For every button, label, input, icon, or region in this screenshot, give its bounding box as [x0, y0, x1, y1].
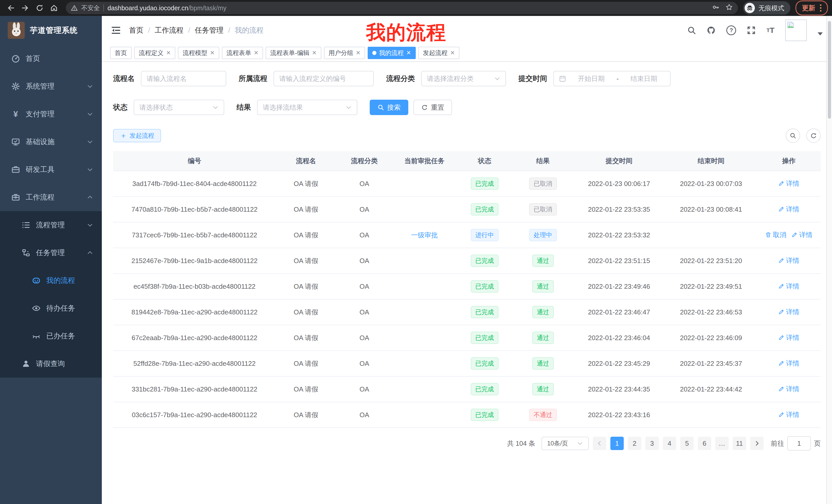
sidebar-item-leave-query[interactable]: 请假查询 — [0, 350, 102, 377]
font-size-icon[interactable]: TT — [766, 26, 774, 35]
process-definition-input[interactable]: 请输入流程定义的编号 — [274, 71, 374, 86]
result-select[interactable]: 请选择流结果 — [257, 100, 357, 115]
sidebar-item-todo-tasks[interactable]: 待办任务 — [0, 295, 102, 322]
cell-actions: 详情 — [757, 376, 821, 402]
tab-首页[interactable]: 首页 — [110, 47, 132, 59]
help-icon[interactable]: ? — [726, 25, 736, 35]
sidebar-item-home[interactable]: 首页 — [0, 45, 102, 73]
key-icon[interactable] — [712, 3, 719, 13]
close-icon[interactable]: ✕ — [210, 50, 214, 56]
status-select[interactable]: 请选择状态 — [134, 100, 224, 115]
tab-流程定义[interactable]: 流程定义✕ — [134, 47, 175, 59]
cell-status: 已完成 — [457, 376, 513, 402]
close-icon[interactable]: ✕ — [450, 50, 455, 56]
pagination: 共 104 条 10条/页 123456…11 前往 页 — [113, 436, 821, 451]
url-text[interactable]: dashboard.yudao.iocoder.cn/bpm/task/my — [107, 4, 227, 12]
page-button-5[interactable]: 5 — [680, 437, 694, 450]
monitor-icon — [11, 137, 20, 146]
sidebar-item-system[interactable]: 系统管理 — [0, 73, 102, 100]
prev-page-button[interactable] — [593, 437, 606, 450]
process-name-input[interactable]: 请输入流程名 — [141, 71, 226, 86]
update-button[interactable]: 更新 — [796, 1, 828, 16]
sidebar-item-task-mgmt[interactable]: 任务管理 — [0, 239, 102, 267]
page-button-11[interactable]: 11 — [733, 437, 746, 450]
reload-icon[interactable] — [33, 1, 46, 15]
forward-icon[interactable] — [19, 1, 32, 15]
page-button-6[interactable]: 6 — [698, 437, 711, 450]
row-actions: 详情 — [778, 410, 799, 419]
scrollbar-thumb[interactable] — [828, 21, 831, 119]
goto-page-input[interactable] — [787, 436, 811, 451]
fullscreen-icon[interactable] — [747, 26, 756, 35]
home-icon[interactable] — [47, 1, 61, 15]
close-icon[interactable]: ✕ — [406, 50, 411, 56]
breadcrumb-item[interactable]: 首页 — [129, 25, 144, 35]
security-label[interactable]: 不安全 — [81, 4, 100, 12]
search-button[interactable]: 搜索 — [370, 100, 408, 115]
page-button-2[interactable]: 2 — [628, 437, 641, 450]
chevron-down-icon — [87, 222, 93, 228]
detail-link[interactable]: 详情 — [778, 256, 799, 265]
sidebar-item-done-tasks[interactable]: 已办任务 — [0, 322, 102, 350]
sidebar-item-payment[interactable]: ¥支付管理 — [0, 100, 102, 128]
detail-link[interactable]: 详情 — [778, 333, 799, 342]
current-task-link[interactable]: 一级审批 — [411, 231, 438, 240]
detail-link[interactable]: 详情 — [778, 359, 799, 368]
close-icon[interactable]: ✕ — [356, 50, 361, 56]
breadcrumb-item[interactable]: 工作流程 — [155, 25, 184, 35]
search-icon[interactable] — [687, 26, 696, 35]
detail-link[interactable]: 详情 — [778, 410, 799, 419]
reset-button[interactable]: 重置 — [413, 100, 452, 115]
page-button-3[interactable]: 3 — [645, 437, 659, 450]
back-icon[interactable] — [4, 1, 18, 15]
security-warning-icon[interactable] — [71, 5, 78, 11]
show-search-button[interactable] — [786, 129, 800, 143]
category-select[interactable]: 请选择流程分类 — [421, 71, 506, 86]
page-scrollbar[interactable] — [826, 16, 832, 504]
close-icon[interactable]: ✕ — [254, 50, 258, 56]
result-badge: 通过 — [532, 280, 554, 292]
cell-category: OA — [336, 325, 393, 351]
detail-link[interactable]: 详情 — [778, 385, 799, 394]
detail-link[interactable]: 详情 — [778, 282, 799, 291]
detail-link[interactable]: 详情 — [778, 307, 799, 316]
page-button-1[interactable]: 1 — [610, 437, 624, 450]
tab-我的流程[interactable]: 我的流程✕ — [368, 47, 415, 59]
breadcrumb-item[interactable]: 任务管理 — [195, 25, 224, 35]
page-button-4[interactable]: 4 — [663, 437, 676, 450]
bookmark-star-icon[interactable] — [726, 3, 733, 13]
eye-icon — [32, 304, 41, 313]
github-icon[interactable] — [707, 26, 716, 35]
submit-time-range-picker[interactable]: 开始日期 - 结束日期 — [553, 71, 671, 86]
menu-kebab-icon[interactable] — [820, 4, 822, 11]
cancel-link[interactable]: 取消 — [765, 230, 786, 240]
avatar-caret-icon[interactable] — [817, 32, 823, 35]
create-process-button[interactable]: ＋发起流程 — [113, 129, 161, 142]
cell-category: OA — [336, 351, 393, 376]
sidebar-fold-icon[interactable] — [111, 25, 121, 35]
edit-icon — [778, 180, 784, 187]
detail-link[interactable]: 详情 — [778, 205, 799, 214]
tab-发起流程[interactable]: 发起流程✕ — [418, 47, 460, 59]
detail-link[interactable]: 详情 — [778, 179, 799, 188]
detail-link[interactable]: 详情 — [791, 230, 812, 240]
sidebar-item-devtools[interactable]: 研发工具 — [0, 156, 102, 184]
sidebar-item-workflow[interactable]: 工作流程 — [0, 184, 102, 211]
cell-result: 处理中 — [513, 222, 573, 248]
page-ellipsis-button[interactable]: … — [715, 437, 729, 450]
page-size-select[interactable]: 10条/页 — [542, 437, 589, 450]
close-icon[interactable]: ✕ — [166, 50, 171, 56]
sidebar-item-process-mgmt[interactable]: 流程管理 — [0, 211, 102, 239]
cell-category: OA — [336, 299, 393, 325]
tab-流程表单[interactable]: 流程表单✕ — [222, 47, 263, 59]
next-page-button[interactable] — [750, 437, 763, 450]
tab-流程表单-编辑[interactable]: 流程表单-编辑✕ — [266, 47, 321, 59]
address-bar[interactable]: 不安全 dashboard.yudao.iocoder.cn/bpm/task/… — [66, 2, 738, 14]
tab-用户分组[interactable]: 用户分组✕ — [324, 47, 365, 59]
avatar[interactable] — [785, 20, 807, 41]
refresh-button[interactable] — [806, 129, 821, 143]
tab-流程模型[interactable]: 流程模型✕ — [178, 47, 219, 59]
sidebar-item-infrastructure[interactable]: 基础设施 — [0, 128, 102, 156]
sidebar-item-my-process[interactable]: 我的流程 — [0, 267, 102, 295]
close-icon[interactable]: ✕ — [312, 50, 316, 56]
